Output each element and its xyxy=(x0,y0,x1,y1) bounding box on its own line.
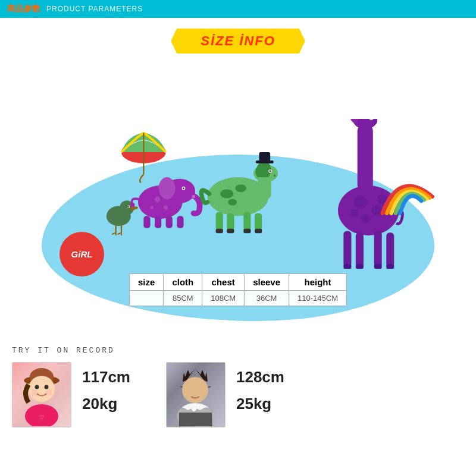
svg-point-16 xyxy=(183,187,184,189)
try-card-boy: 128cm 25kg xyxy=(166,362,284,427)
try-photo-boy xyxy=(166,362,226,427)
svg-point-53 xyxy=(374,121,377,124)
svg-rect-61 xyxy=(356,265,364,269)
svg-point-68 xyxy=(350,209,358,217)
zh-title: 商品参数 xyxy=(7,4,40,14)
svg-rect-45 xyxy=(358,124,373,191)
svg-rect-62 xyxy=(374,265,382,269)
svg-point-30 xyxy=(270,170,271,172)
table-cell xyxy=(130,291,164,306)
table-cell: 85CM xyxy=(164,291,202,306)
size-banner: SİZE İNFO xyxy=(171,29,305,54)
size-banner-text: SİZE İNFO xyxy=(201,33,275,48)
try-info-girl: 117cm 20kg xyxy=(82,362,130,413)
svg-rect-63 xyxy=(386,265,394,269)
svg-point-73 xyxy=(44,385,48,389)
svg-point-42 xyxy=(228,199,237,205)
boy-weight: 25kg xyxy=(236,395,284,413)
svg-rect-58 xyxy=(374,231,382,268)
col-height: height xyxy=(289,274,347,291)
scene-area: SİZE İNFO xyxy=(0,18,476,339)
svg-point-72 xyxy=(35,385,39,389)
svg-rect-21 xyxy=(177,216,183,228)
table-cell: 110-145CM xyxy=(289,291,347,306)
svg-rect-36 xyxy=(216,229,223,233)
size-table: size cloth chest sleeve height 85CM108CM… xyxy=(129,273,347,306)
girl-height: 117cm xyxy=(82,368,130,386)
col-sleeve: sleeve xyxy=(245,274,289,291)
svg-rect-20 xyxy=(166,216,173,228)
table-cell: 108CM xyxy=(202,291,245,306)
col-cloth: cloth xyxy=(164,274,202,291)
svg-rect-19 xyxy=(155,216,161,228)
header-bar: 商品参数 PRODUCT PARAMETERS xyxy=(0,0,476,18)
svg-rect-38 xyxy=(243,229,250,233)
try-photo-girl: ♡ xyxy=(12,362,71,427)
table-cell: 36CM xyxy=(245,291,289,306)
svg-point-64 xyxy=(353,196,367,209)
svg-point-25 xyxy=(151,206,154,210)
svg-point-17 xyxy=(192,195,196,199)
svg-rect-34 xyxy=(243,212,250,232)
col-size: size xyxy=(130,274,164,291)
svg-point-75 xyxy=(46,389,52,395)
svg-point-14 xyxy=(159,177,176,199)
svg-rect-87 xyxy=(179,413,212,426)
svg-rect-59 xyxy=(386,232,394,267)
try-cards: ♡ 117cm 20kg xyxy=(12,362,464,427)
try-info-boy: 128cm 25kg xyxy=(236,362,284,413)
boy-height: 128cm xyxy=(236,368,284,386)
svg-point-24 xyxy=(164,206,168,210)
girl-badge-text: GiRL xyxy=(71,249,93,259)
svg-rect-18 xyxy=(143,216,150,228)
col-chest: chest xyxy=(202,274,245,291)
svg-rect-37 xyxy=(227,229,234,233)
table-header-row: size cloth chest sleeve height xyxy=(130,274,347,291)
girl-weight: 20kg xyxy=(82,395,130,413)
svg-point-4 xyxy=(128,206,129,207)
svg-rect-32 xyxy=(216,212,223,232)
svg-rect-56 xyxy=(343,231,351,268)
try-section: TRY IT ON RECORD xyxy=(0,339,476,435)
svg-point-23 xyxy=(155,197,160,202)
svg-point-66 xyxy=(361,215,370,224)
svg-line-7 xyxy=(112,232,116,234)
svg-text:♡: ♡ xyxy=(39,414,44,420)
svg-point-85 xyxy=(182,377,208,403)
svg-point-40 xyxy=(220,190,233,199)
svg-rect-57 xyxy=(356,232,364,267)
svg-point-41 xyxy=(235,184,246,192)
en-title: PRODUCT PARAMETERS xyxy=(46,5,143,13)
girl-badge: GiRL xyxy=(62,235,101,273)
svg-point-71 xyxy=(29,376,55,402)
svg-point-65 xyxy=(371,205,383,216)
svg-point-74 xyxy=(32,389,37,395)
table-row: 85CM108CM36CM110-145CM xyxy=(130,291,347,306)
svg-point-31 xyxy=(274,174,276,177)
svg-point-22 xyxy=(130,203,134,207)
svg-rect-60 xyxy=(343,265,351,269)
try-label: TRY IT ON RECORD xyxy=(12,346,464,355)
svg-rect-44 xyxy=(259,152,270,162)
svg-line-9 xyxy=(117,232,121,234)
try-card-girl: ♡ 117cm 20kg xyxy=(12,362,130,427)
svg-rect-39 xyxy=(255,229,262,233)
